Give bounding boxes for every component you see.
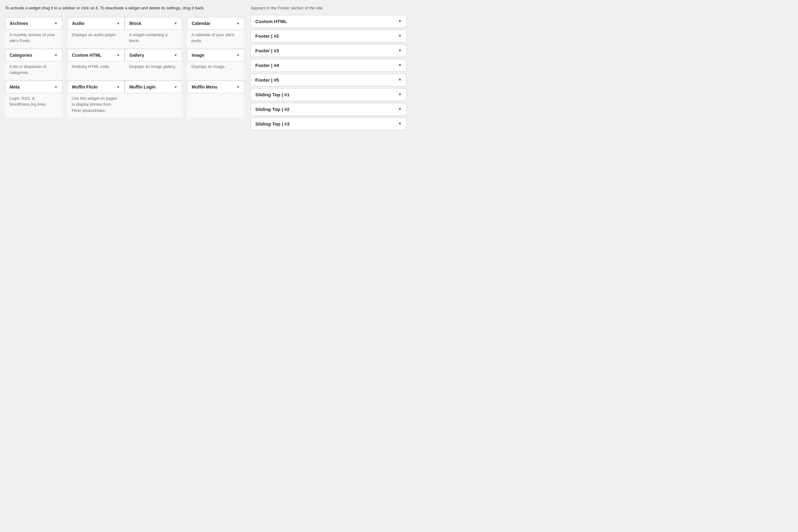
chevron-down-icon: ▼ — [174, 85, 177, 89]
chevron-down-icon: ▼ — [398, 34, 402, 38]
chevron-down-icon: ▼ — [54, 85, 58, 89]
widget-unit-muffin-login: Muffin Login▼ — [125, 81, 182, 117]
widget-unit-custom-html: Custom HTML▼Arbitrary HTML code. — [67, 49, 125, 79]
widget-desc-muffin-flickr: Use this widget on pages to display phot… — [67, 93, 125, 117]
widget-pair-row: Archives▼A monthly archive of your site'… — [5, 17, 125, 48]
widget-desc-audio: Displays an audio player. — [67, 30, 125, 42]
widget-header-block[interactable]: Block▼ — [125, 17, 182, 30]
widget-grid: Archives▼A monthly archive of your site'… — [5, 17, 244, 119]
chevron-down-icon: ▼ — [117, 85, 120, 89]
widget-desc-categories: A list or dropdown of categories. — [5, 61, 62, 79]
chevron-down-icon: ▼ — [174, 53, 177, 57]
widget-label-muffin-login: Muffin Login — [129, 84, 155, 90]
widget-label-categories: Categories — [10, 53, 32, 58]
widget-label-archives: Archives — [10, 21, 28, 26]
widget-unit-meta: Meta▼Login, RSS, & WordPress.org links. — [5, 81, 62, 117]
widget-label-custom-html: Custom HTML — [72, 53, 102, 58]
widget-desc-calendar: A calendar of your site's posts. — [187, 30, 244, 48]
widget-header-archives[interactable]: Archives▼ — [5, 17, 62, 30]
sidebar-widget-sliding-top-2[interactable]: Sliding Top | #2▼ — [251, 103, 406, 116]
widget-pair-row: Block▼A widget containing a block.Calend… — [125, 17, 244, 48]
widget-header-muffin-login[interactable]: Muffin Login▼ — [125, 81, 182, 93]
sidebar-widget-label-sliding-top-2: Sliding Top | #2 — [255, 107, 290, 112]
chevron-down-icon: ▼ — [398, 48, 402, 53]
widget-desc-gallery: Displays an image gallery. — [125, 61, 182, 74]
widget-unit-image: Image▼Displays an image. — [187, 49, 244, 79]
instructions-text: To activate a widget drag it to a sideba… — [5, 5, 244, 12]
widget-header-image[interactable]: Image▼ — [187, 49, 244, 61]
widget-desc-archives: A monthly archive of your site's Posts. — [5, 30, 62, 48]
sidebar-widget-label-footer-5: Footer | #5 — [255, 77, 279, 82]
widget-label-muffin-flickr: Muffin Flickr — [72, 84, 98, 90]
chevron-down-icon: ▼ — [398, 19, 402, 23]
widget-unit-muffin-flickr: Muffin Flickr▼Use this widget on pages t… — [67, 81, 125, 117]
sidebar-widget-footer-4[interactable]: Footer | #4▼ — [251, 59, 406, 72]
widget-pair-row: Meta▼Login, RSS, & WordPress.org links.M… — [5, 81, 125, 117]
sidebar-widget-footer-2[interactable]: Footer | #2▼ — [251, 30, 406, 42]
widget-header-audio[interactable]: Audio▼ — [67, 17, 125, 30]
widget-header-calendar[interactable]: Calendar▼ — [187, 17, 244, 30]
sidebar-panel: Appears in the Footer section of the sit… — [251, 5, 406, 132]
sidebar-widget-sliding-top-1[interactable]: Sliding Top | #1▼ — [251, 88, 406, 101]
chevron-down-icon: ▼ — [398, 107, 402, 111]
widget-header-categories[interactable]: Categories▼ — [5, 49, 62, 61]
chevron-down-icon: ▼ — [236, 85, 240, 89]
sidebar-widget-label-footer-2: Footer | #2 — [255, 33, 279, 39]
available-widgets-panel: To activate a widget drag it to a sideba… — [5, 5, 244, 132]
sidebar-widget-label-sliding-top-3: Sliding Top | #3 — [255, 121, 290, 127]
chevron-down-icon: ▼ — [117, 53, 120, 57]
widget-unit-categories: Categories▼A list or dropdown of categor… — [5, 49, 62, 79]
widget-header-meta[interactable]: Meta▼ — [5, 81, 62, 93]
sidebar-widget-label-footer-3: Footer | #3 — [255, 48, 279, 53]
chevron-down-icon: ▼ — [117, 21, 120, 25]
widget-unit-calendar: Calendar▼A calendar of your site's posts… — [187, 17, 244, 48]
widget-pair-row: Categories▼A list or dropdown of categor… — [5, 49, 125, 79]
widget-label-muffin-menu: Muffin Menu — [192, 84, 217, 90]
sidebar-widget-label-sliding-top-1: Sliding Top | #1 — [255, 92, 290, 97]
chevron-down-icon: ▼ — [54, 21, 58, 25]
widget-label-gallery: Gallery — [129, 53, 144, 58]
widget-unit-audio: Audio▼Displays an audio player. — [67, 17, 125, 48]
widget-unit-muffin-menu: Muffin Menu▼ — [187, 81, 244, 117]
sidebar-widgets-list: Custom HTML▼Footer | #2▼Footer | #3▼Foot… — [251, 15, 406, 130]
widget-header-muffin-menu[interactable]: Muffin Menu▼ — [187, 81, 244, 93]
chevron-down-icon: ▼ — [398, 92, 402, 97]
sidebar-info-text: Appears in the Footer section of the sit… — [251, 5, 406, 11]
widget-label-image: Image — [192, 53, 204, 58]
chevron-down-icon: ▼ — [398, 78, 402, 82]
sidebar-widget-footer-3[interactable]: Footer | #3▼ — [251, 44, 406, 57]
widget-unit-archives: Archives▼A monthly archive of your site'… — [5, 17, 62, 48]
widget-label-audio: Audio — [72, 21, 84, 26]
widget-header-gallery[interactable]: Gallery▼ — [125, 49, 182, 61]
widget-desc-meta: Login, RSS, & WordPress.org links. — [5, 93, 62, 111]
sidebar-widget-custom-html-sidebar[interactable]: Custom HTML▼ — [251, 15, 406, 28]
chevron-down-icon: ▼ — [54, 53, 58, 57]
chevron-down-icon: ▼ — [236, 21, 240, 25]
sidebar-widget-label-custom-html-sidebar: Custom HTML — [255, 19, 287, 24]
widget-header-custom-html[interactable]: Custom HTML▼ — [67, 49, 125, 61]
widget-label-meta: Meta — [10, 84, 20, 90]
sidebar-widget-label-footer-4: Footer | #4 — [255, 63, 279, 68]
sidebar-widget-sliding-top-3[interactable]: Sliding Top | #3▼ — [251, 117, 406, 130]
chevron-down-icon: ▼ — [398, 63, 402, 67]
widget-unit-gallery: Gallery▼Displays an image gallery. — [125, 49, 182, 79]
chevron-down-icon: ▼ — [174, 21, 177, 25]
widget-label-block: Block — [129, 21, 141, 26]
widget-pair-row: Muffin Login▼Muffin Menu▼ — [125, 81, 244, 117]
widget-desc-custom-html: Arbitrary HTML code. — [67, 61, 125, 74]
widget-desc-block: A widget containing a block. — [125, 30, 182, 48]
sidebar-widget-footer-5[interactable]: Footer | #5▼ — [251, 74, 406, 86]
widget-header-muffin-flickr[interactable]: Muffin Flickr▼ — [67, 81, 125, 93]
widget-label-calendar: Calendar — [192, 21, 210, 26]
widget-unit-block: Block▼A widget containing a block. — [125, 17, 182, 48]
widget-desc-image: Displays an image. — [187, 61, 244, 74]
chevron-down-icon: ▼ — [236, 53, 240, 57]
widget-pair-row: Gallery▼Displays an image gallery.Image▼… — [125, 49, 244, 79]
chevron-down-icon: ▼ — [398, 121, 402, 126]
